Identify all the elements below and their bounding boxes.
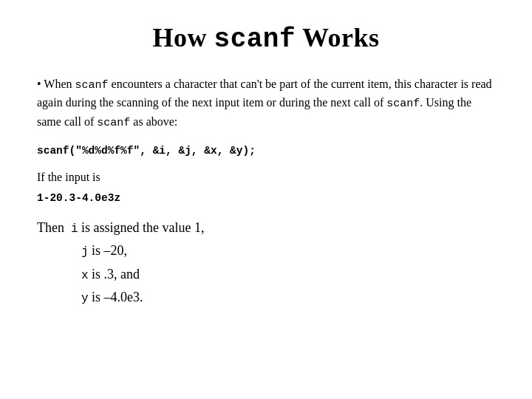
then-y-label: y bbox=[81, 292, 89, 305]
slide: How scanf Works • When scanf encounters … bbox=[0, 0, 532, 399]
then-x-text: is .3, and bbox=[89, 267, 140, 282]
bullet-text-1: • When bbox=[37, 78, 75, 90]
then-i-label: i bbox=[71, 222, 78, 236]
bullet-paragraph: • When scanf encounters a character that… bbox=[37, 75, 495, 132]
then-j-text: is –20, bbox=[89, 243, 128, 258]
input-value: 1-20.3-4.0e3z bbox=[37, 191, 495, 207]
then-section: Then i is assigned the value 1, j is –20… bbox=[37, 216, 495, 309]
then-label: Then bbox=[37, 220, 64, 235]
bullet-text-4: as above: bbox=[130, 115, 177, 128]
title-suffix: Works bbox=[296, 23, 379, 52]
then-j-label: j bbox=[81, 245, 89, 259]
then-line-3: x is .3, and bbox=[81, 263, 495, 286]
bullet-scanf-2: scanf bbox=[386, 98, 420, 110]
then-line-4: y is –4.0e3. bbox=[81, 286, 495, 309]
slide-title: How scanf Works bbox=[37, 22, 495, 55]
bullet-scanf-3: scanf bbox=[97, 117, 130, 129]
code-block: scanf("%d%d%f%f", &i, &j, &x, &y); bbox=[37, 143, 495, 160]
bullet-scanf-1: scanf bbox=[75, 79, 109, 92]
then-x-label: x bbox=[81, 269, 89, 282]
title-prefix: How bbox=[153, 23, 214, 52]
if-input-label: If the input is bbox=[37, 168, 495, 186]
then-y-text: is –4.0e3. bbox=[89, 290, 143, 304]
title-mono: scanf bbox=[214, 24, 296, 55]
then-i-text: is assigned the value 1, bbox=[78, 220, 205, 235]
then-line-2: j is –20, bbox=[81, 239, 495, 262]
then-line-1: Then i is assigned the value 1, bbox=[37, 216, 495, 239]
slide-content: • When scanf encounters a character that… bbox=[37, 75, 495, 377]
